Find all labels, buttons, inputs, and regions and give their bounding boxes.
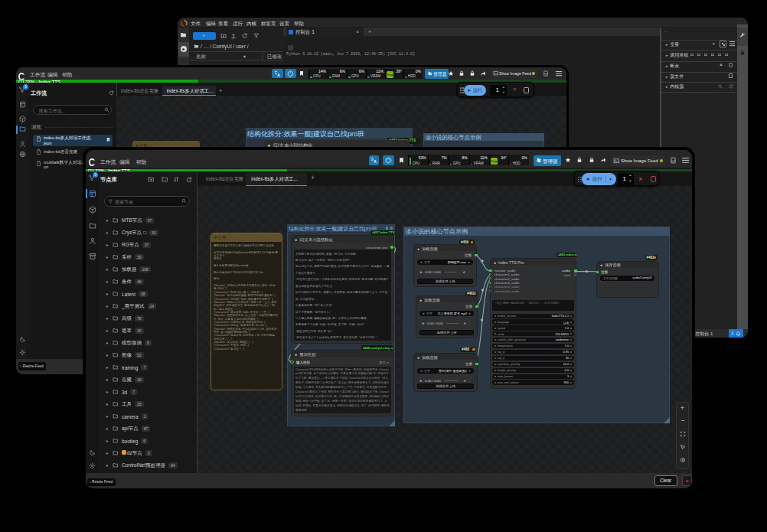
svg-text:A: A [277,73,280,77]
svg-text:A: A [374,160,377,164]
